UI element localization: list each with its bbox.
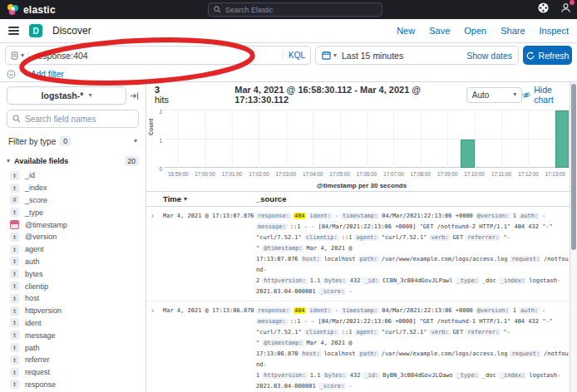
source-value: ByBN_3cB04dGovJLOawo [382,372,452,379]
global-search-input[interactable]: Search Elastic [208,2,382,17]
app-action-inspect[interactable]: Inspect [540,26,569,36]
calendar-icon [322,51,331,60]
time-column-header[interactable]: Time▾ [163,194,256,203]
source-field-name: response: [256,307,291,314]
field-name: bytes [25,270,43,278]
page-title: Discover [52,25,91,37]
query-text[interactable]: response:404 [35,51,283,61]
available-fields-label: Available fields [14,157,68,165]
available-fields-header[interactable]: ▾ Available fields 20 [7,156,139,166]
field-item-host[interactable]: thost [7,292,139,305]
field-item-referrer[interactable]: treferrer [7,354,139,366]
source-value: 432 [350,372,361,379]
filter-by-type-toggle[interactable]: Filter by type 0 ▾ [7,133,139,149]
source-field-name: bytes: [323,277,347,284]
index-pattern-select[interactable]: logstash-* ▾ [7,86,126,105]
string-field-icon: t [10,269,19,278]
x-tick-label: 17:09:00 [437,171,458,177]
row-time: Mar 4, 2021 @ 17:13:07.876 [163,211,256,221]
source-field-name: response: [256,213,291,219]
expand-row-icon[interactable]: › [151,306,163,316]
app-action-new[interactable]: New [397,26,415,36]
source-field-name: httpversion: [262,277,308,284]
app-action-share[interactable]: Share [501,26,525,36]
field-item-clientip[interactable]: tclientip [7,280,139,292]
gridline [178,110,179,168]
source-field-name: @timestamp: [262,245,303,252]
field-item-ident[interactable]: tident [7,317,139,330]
string-field-icon: t [10,245,19,254]
scrollbar-thumb[interactable] [571,84,576,250]
saved-query-menu-button[interactable]: ▾ [11,51,29,60]
field-item-path[interactable]: tpath [7,341,139,354]
histogram-bar[interactable] [461,140,474,169]
field-name: auth [25,257,40,266]
string-field-icon: t [10,368,19,377]
field-item-@version[interactable]: t@version [7,231,139,243]
filter-by-type-count: 0 [60,136,71,146]
show-dates-button[interactable]: Show dates [466,51,512,61]
hide-chart-button[interactable]: Hide chart [522,85,570,105]
user-avatar[interactable] [560,2,572,14]
field-item-_index[interactable]: t_index [7,182,139,194]
menu-icon[interactable] [8,27,19,35]
field-item-message[interactable]: tmessage [7,329,139,341]
string-field-icon: t [10,306,19,316]
discover-app-badge[interactable]: D [29,24,42,37]
gridline [447,110,448,168]
query-language-button[interactable]: KQL [283,51,305,60]
source-value: - [348,383,352,390]
chart-time-range-title: Mar 4, 2021 @ 16:58:30.112 - Mar 4, 2021… [234,85,458,105]
row-source: response:404ident:-timestamp:04/Mar/2021… [256,211,572,297]
query-input[interactable]: ▾ response:404 KQL [5,46,311,65]
x-tick-label: 17:07:00 [383,171,404,177]
gridline [421,110,422,168]
source-value: _doc [482,372,496,379]
x-tick-label: 17:10:00 [464,171,485,177]
field-item-auth[interactable]: tauth [7,256,139,268]
refresh-button[interactable]: Refresh [523,46,572,65]
source-field-name: auth: [519,307,540,314]
x-tick-label: 16:59:00 [168,171,189,177]
x-axis-label: @timestamp per 30 seconds [146,182,577,189]
field-item-_score[interactable]: #_score [7,194,139,207]
x-tick-label: 17:03:00 [276,171,297,177]
field-item-httpversion[interactable]: thttpversion [7,305,139,317]
source-value: 1.1 [310,277,321,284]
filter-options-icon[interactable] [7,70,16,79]
collapse-sidebar-icon[interactable] [130,91,139,100]
chevron-down-icon: ▾ [134,138,137,145]
deployments-icon[interactable] [537,2,550,14]
add-filter-button[interactable]: + Add filter [24,70,64,79]
vertical-scrollbar[interactable] [570,82,577,392]
source-value: _doc [482,277,496,284]
expand-row-icon[interactable]: › [151,211,163,221]
time-range-value[interactable]: Last 15 minutes [342,51,403,61]
field-item-_id[interactable]: t_id [7,169,139,182]
histogram-bar[interactable] [555,110,569,168]
field-item-@timestamp[interactable]: @timestamp [7,218,139,231]
number-field-icon: # [10,195,19,204]
field-item-request[interactable]: trequest [7,366,139,379]
plot-area[interactable]: 01216:59:0017:00:0017:01:0017:02:0017:03… [165,110,569,168]
gridline [393,110,394,168]
date-picker[interactable]: ▾ Last 15 minutes Show dates [315,46,519,65]
source-field-name: ident: [308,213,333,219]
elastic-logo[interactable]: elastic [7,3,56,16]
string-field-icon: t [10,257,19,266]
field-item-_type[interactable]: t_type [7,206,139,218]
field-name: _type [25,208,43,217]
source-field-name: timestamp: [341,307,379,314]
field-item-response[interactable]: tresponse [7,379,139,391]
brand-name: elastic [23,4,56,16]
field-item-agent[interactable]: tagent [7,243,139,256]
string-field-icon: t [10,331,19,340]
app-action-save[interactable]: Save [429,26,450,36]
app-action-open[interactable]: Open [464,26,486,36]
x-tick-label: 17:11:00 [491,171,511,177]
interval-select[interactable]: Auto ▾ [466,87,522,103]
interval-value: Auto [472,91,490,100]
field-item-bytes[interactable]: tbytes [7,267,139,280]
available-fields-count: 20 [125,156,139,166]
field-search-input[interactable]: Search field names [7,110,139,128]
